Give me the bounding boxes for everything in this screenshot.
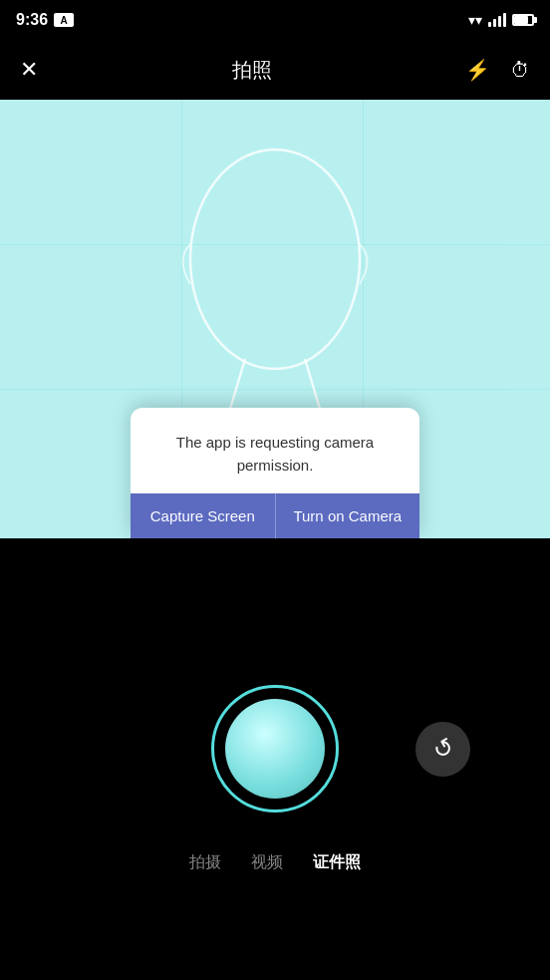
status-icons: ▾▾ [468,12,534,28]
flash-icon[interactable]: ⚡ [465,58,490,82]
svg-point-0 [190,150,360,369]
permission-buttons: Capture Screen Turn on Camera [131,492,419,538]
signal-icon [488,13,506,27]
mode-tabs: 拍摄 视频 证件照 [189,852,361,873]
shutter-button[interactable] [225,699,325,799]
svg-line-1 [230,359,245,409]
permission-dialog: The app is requesting camera permission.… [131,408,419,538]
timer-icon[interactable]: ⏱ [510,59,530,82]
flip-camera-button[interactable]: ↻ [415,722,470,777]
wifi-icon: ▾▾ [468,12,482,28]
top-bar: ✕ 拍照 ⚡ ⏱ [0,40,550,100]
turn-on-camera-button[interactable]: Turn on Camera [276,493,420,538]
tab-video[interactable]: 视频 [251,852,283,873]
capture-screen-button[interactable]: Capture Screen [131,493,276,538]
close-button[interactable]: ✕ [20,57,38,83]
tab-id-photo[interactable]: 证件照 [313,852,361,873]
permission-message: The app is requesting camera permission. [150,432,400,477]
battery-icon [512,14,534,26]
top-bar-actions: ⚡ ⏱ [465,58,530,82]
status-bar: 9:36 A ▾▾ [0,0,550,40]
input-method-icon: A [54,13,74,27]
face-outline [165,130,385,449]
shutter-outer-ring [211,685,339,813]
tab-photo[interactable]: 拍摄 [189,852,221,873]
svg-line-2 [305,359,320,409]
flip-camera-icon: ↻ [427,732,458,766]
camera-viewfinder: The app is requesting camera permission.… [0,100,550,538]
shutter-area: ↻ [0,685,550,813]
status-time: 9:36 [16,11,48,29]
camera-controls: ↻ 拍摄 视频 证件照 [0,538,550,980]
page-title: 拍照 [232,57,272,84]
